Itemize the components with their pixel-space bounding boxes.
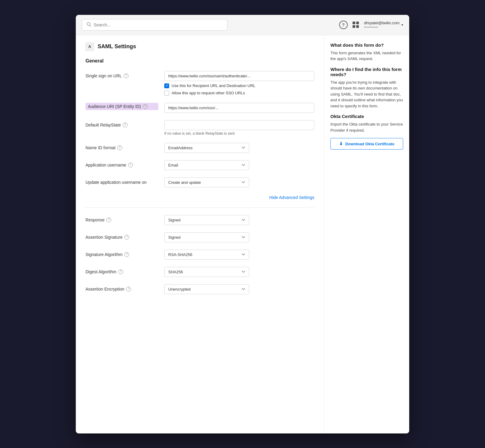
okta-cert-text: Import the Okta certificate to your Serv… [330, 121, 403, 133]
assertion-enc-select[interactable]: Unencrypted [164, 284, 249, 294]
response-row: Response ? Signed [85, 215, 314, 225]
assertion-sig-control: Signed [164, 232, 314, 242]
main-content: A SAML Settings General Single sign on U… [76, 35, 409, 433]
relay-help-icon[interactable]: ? [123, 123, 128, 127]
chevron-down-icon: ▾ [401, 23, 403, 27]
sig-algorithm-help-icon[interactable]: ? [124, 252, 129, 257]
search-box[interactable] [82, 19, 227, 31]
okta-cert-heading: Okta Certificate [330, 114, 403, 119]
download-icon: ⬇ [339, 141, 343, 146]
section-header: A SAML Settings [85, 42, 314, 51]
section-letter: A [85, 42, 94, 51]
name-id-select[interactable]: EmailAddress [164, 143, 249, 153]
sso-checkbox1-row: Use this for Recipient URL and Destinati… [164, 83, 314, 88]
audience-uri-row: Audience URI (SP Entity ID) ? [85, 103, 314, 113]
divider [85, 207, 314, 208]
relay-hint-text: If no value is set, a blank RelayState i… [164, 131, 314, 136]
assertion-enc-label: Assertion Encryption ? [85, 284, 158, 291]
sso-checkbox2-row: Allow this app to request other SSO URLs [164, 91, 314, 96]
audience-uri-control [164, 103, 314, 113]
sso-checkbox2-label: Allow this app to request other SSO URLs [172, 91, 245, 95]
download-okta-cert-button[interactable]: ⬇ Download Okta Certificate [330, 138, 403, 150]
left-panel: A SAML Settings General Single sign on U… [76, 35, 324, 433]
download-btn-label: Download Okta Certificate [345, 142, 394, 146]
response-control: Signed [164, 215, 314, 225]
response-select[interactable]: Signed [164, 215, 249, 225]
what-form-does-heading: What does this form do? [330, 42, 403, 48]
sso-url-row: Single sign on URL ? Use this for Recipi… [85, 71, 314, 96]
sso-checkbox1[interactable] [164, 83, 169, 88]
grid-icon[interactable] [353, 22, 359, 28]
app-username-label: Application username ? [85, 160, 158, 167]
audience-uri-label: Audience URI (SP Entity ID) ? [85, 103, 158, 110]
name-id-control: EmailAddress [164, 143, 314, 153]
general-heading: General [85, 58, 314, 64]
assertion-enc-control: Unencrypted [164, 284, 314, 294]
sig-algorithm-label: Signature Algorithm ? [85, 250, 158, 257]
user-text: dhrpatel@twilio.com •••••••••••• [364, 21, 400, 29]
audience-uri-input[interactable] [164, 103, 314, 113]
help-icon[interactable]: ? [339, 21, 348, 29]
sig-algorithm-control: RSA-SHA256 [164, 250, 314, 260]
digest-algorithm-row: Digest Algorithm ? SHA256 [85, 267, 314, 277]
digest-algorithm-help-icon[interactable]: ? [118, 269, 123, 274]
user-sub: •••••••••••• [364, 25, 400, 29]
update-username-select[interactable]: Create and update [164, 177, 249, 187]
sso-url-control: Use this for Recipient URL and Destinati… [164, 71, 314, 96]
top-right-actions: ? dhrpatel@twilio.com •••••••••••• ▾ [339, 21, 403, 29]
app-username-row: Application username ? Email [85, 160, 314, 170]
where-find-info-heading: Where do I find the info this form needs… [330, 67, 403, 77]
response-help-icon[interactable]: ? [106, 217, 111, 222]
app-username-help-icon[interactable]: ? [128, 163, 133, 167]
audience-help-icon[interactable]: ? [143, 104, 148, 109]
user-menu[interactable]: dhrpatel@twilio.com •••••••••••• ▾ [364, 21, 403, 29]
digest-algorithm-select[interactable]: SHA256 [164, 267, 249, 277]
sso-url-label: Single sign on URL ? [85, 71, 158, 78]
name-id-help-icon[interactable]: ? [117, 145, 122, 150]
sig-algorithm-row: Signature Algorithm ? RSA-SHA256 [85, 250, 314, 260]
top-bar: ? dhrpatel@twilio.com •••••••••••• ▾ [76, 15, 409, 35]
digest-algorithm-control: SHA256 [164, 267, 314, 277]
sso-help-icon[interactable]: ? [124, 73, 129, 78]
where-find-info-text: The app you're trying to integrate with … [330, 79, 403, 109]
digest-algorithm-label: Digest Algorithm ? [85, 267, 158, 274]
relay-state-control: If no value is set, a blank RelayState i… [164, 120, 314, 136]
name-id-label: Name ID format ? [85, 143, 158, 150]
assertion-sig-select[interactable]: Signed [164, 232, 249, 242]
assertion-sig-help-icon[interactable]: ? [124, 235, 129, 240]
search-input[interactable] [94, 22, 223, 27]
what-form-does-text: This form generates the XML needed for t… [330, 50, 403, 62]
sso-checkbox2[interactable] [164, 91, 169, 96]
sso-url-input[interactable] [164, 71, 314, 81]
svg-line-1 [90, 25, 91, 26]
response-label: Response ? [85, 215, 158, 222]
assertion-sig-row: Assertion Signature ? Signed [85, 232, 314, 242]
assertion-sig-label: Assertion Signature ? [85, 232, 158, 240]
advanced-settings-link-container: Hide Advanced Settings [85, 195, 314, 200]
assertion-enc-row: Assertion Encryption ? Unencrypted [85, 284, 314, 294]
user-email: dhrpatel@twilio.com [364, 21, 400, 25]
sso-checkbox1-label: Use this for Recipient URL and Destinati… [172, 83, 255, 88]
update-username-control: Create and update [164, 177, 314, 187]
hide-advanced-settings-link[interactable]: Hide Advanced Settings [269, 195, 314, 200]
name-id-row: Name ID format ? EmailAddress [85, 143, 314, 153]
update-username-row: Update application username on Create an… [85, 177, 314, 187]
right-panel: What does this form do? This form genera… [324, 35, 409, 433]
app-username-control: Email [164, 160, 314, 170]
relay-state-input[interactable] [164, 120, 314, 130]
app-username-select[interactable]: Email [164, 160, 249, 170]
relay-state-row: Default RelayState ? If no value is set,… [85, 120, 314, 136]
update-username-label: Update application username on [85, 177, 158, 185]
sig-algorithm-select[interactable]: RSA-SHA256 [164, 250, 249, 260]
search-icon [86, 22, 91, 28]
relay-state-label: Default RelayState ? [85, 120, 158, 127]
assertion-enc-help-icon[interactable]: ? [126, 287, 131, 291]
section-title: SAML Settings [98, 43, 136, 50]
main-window: ? dhrpatel@twilio.com •••••••••••• ▾ A S… [76, 15, 409, 433]
